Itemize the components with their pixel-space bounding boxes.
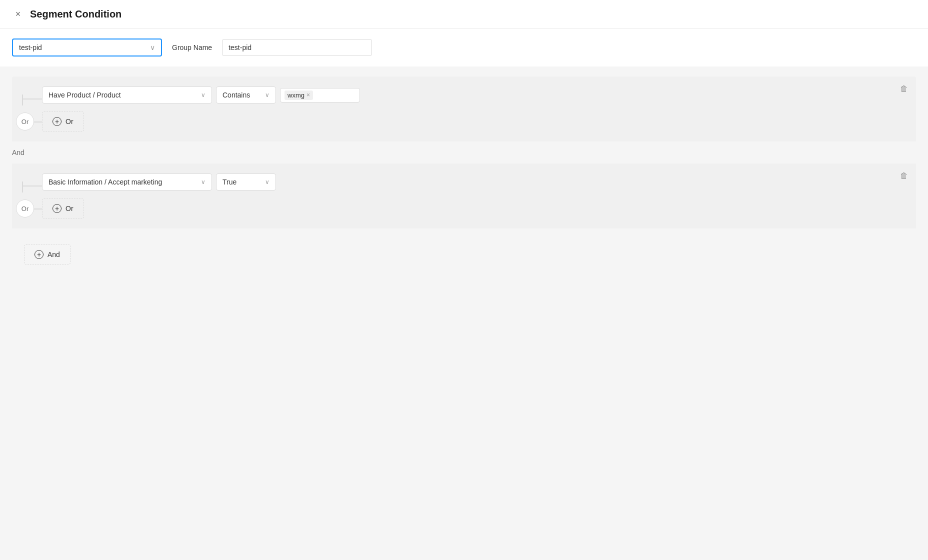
main-content: 🗑 Have Product / Product ∨ Contains ∨ wx… xyxy=(0,66,928,560)
operator-selector-2[interactable]: True ∨ xyxy=(216,174,276,190)
plus-icon: + xyxy=(52,204,62,213)
plus-icon: + xyxy=(34,250,44,259)
condition-row-2: Basic Information / Accept marketing ∨ T… xyxy=(42,174,906,190)
field-selector-2[interactable]: Basic Information / Accept marketing ∨ xyxy=(42,174,212,190)
add-or-label-2: Or xyxy=(66,204,74,212)
or-badge-2: Or xyxy=(16,200,34,218)
or-button-container-1: Or + Or xyxy=(42,112,906,132)
or-button-container-2: Or + Or xyxy=(42,198,906,218)
field-label-2: Basic Information / Accept marketing xyxy=(48,178,162,186)
chevron-down-icon: ∨ xyxy=(150,44,155,52)
add-or-button-2[interactable]: + Or xyxy=(42,198,84,218)
page-title: Segment Condition xyxy=(30,8,122,20)
dialog-header: × Segment Condition xyxy=(0,0,928,28)
add-and-label: And xyxy=(48,250,60,258)
and-separator: And xyxy=(0,142,928,164)
tag-text-1: wxmg xyxy=(288,92,304,99)
segment-dropdown[interactable]: test-pid ∨ xyxy=(12,38,162,56)
segment-dropdown-value: test-pid xyxy=(19,44,42,52)
condition-row-1: Have Product / Product ∨ Contains ∨ wxmg… xyxy=(42,86,906,104)
condition-group-1: 🗑 Have Product / Product ∨ Contains ∨ wx… xyxy=(12,76,916,142)
operator-label-2: True xyxy=(222,178,236,186)
chevron-down-icon: ∨ xyxy=(201,92,206,98)
group-name-label: Group Name xyxy=(172,44,212,52)
field-label-1: Have Product / Product xyxy=(48,91,121,99)
group-name-input[interactable] xyxy=(222,39,372,56)
top-controls: test-pid ∨ Group Name xyxy=(0,28,928,66)
operator-selector-1[interactable]: Contains ∨ xyxy=(216,86,276,104)
add-or-button-1[interactable]: + Or xyxy=(42,112,84,132)
close-button[interactable]: × xyxy=(12,8,24,20)
plus-icon: + xyxy=(52,117,62,126)
bottom-add-and: + And xyxy=(12,236,916,272)
chevron-down-icon: ∨ xyxy=(201,178,206,186)
operator-label-1: Contains xyxy=(222,91,250,99)
value-tag-1: wxmg × xyxy=(284,90,313,100)
chevron-down-icon: ∨ xyxy=(265,92,270,98)
chevron-down-icon: ∨ xyxy=(265,178,270,186)
add-or-label-1: Or xyxy=(66,118,74,126)
and-label: And xyxy=(12,146,24,158)
value-input-1[interactable]: wxmg × xyxy=(280,88,360,102)
tag-close-button-1[interactable]: × xyxy=(306,92,310,98)
field-selector-1[interactable]: Have Product / Product ∨ xyxy=(42,86,212,104)
add-and-button[interactable]: + And xyxy=(24,244,70,264)
or-badge-1: Or xyxy=(16,112,34,130)
condition-group-2: 🗑 Basic Information / Accept marketing ∨… xyxy=(12,164,916,228)
